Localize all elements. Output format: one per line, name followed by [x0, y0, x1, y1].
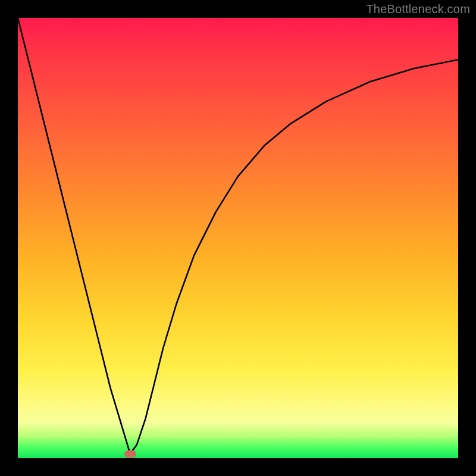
chart-container: TheBottleneck.com	[0, 0, 476, 476]
optimal-marker	[124, 450, 136, 458]
curve-path	[18, 18, 458, 454]
plot-area	[18, 18, 458, 458]
bottleneck-curve	[18, 18, 458, 458]
attribution-label: TheBottleneck.com	[366, 2, 470, 16]
